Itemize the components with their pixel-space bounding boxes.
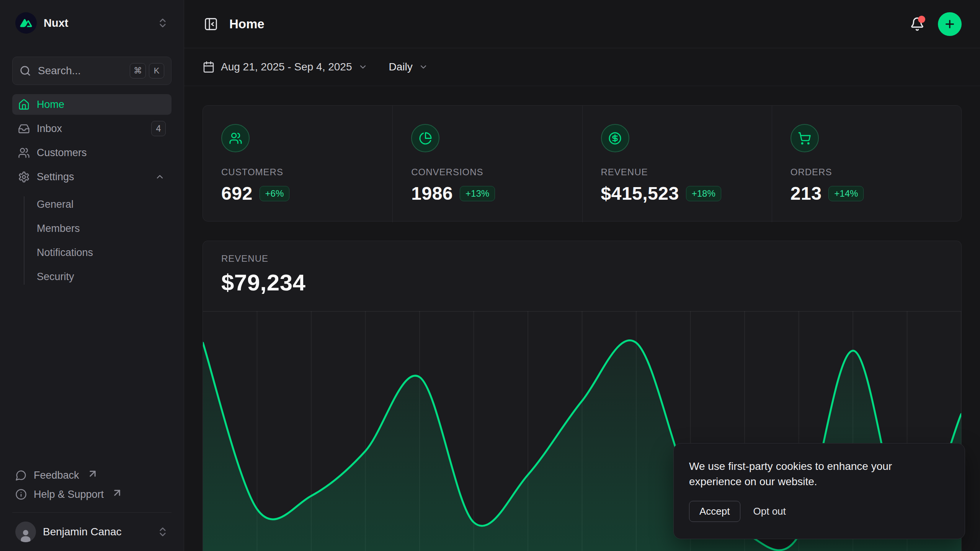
revenue-chart-header: REVENUE $79,234 xyxy=(203,241,961,296)
stat-value: 213 xyxy=(791,183,822,204)
inbox-icon xyxy=(18,123,30,135)
workspace-switcher[interactable]: Nuxt xyxy=(12,11,172,35)
workspace-name: Nuxt xyxy=(44,17,68,29)
search-input[interactable]: Search... ⌘ K xyxy=(12,57,172,85)
cookie-banner: We use first-party cookies to enhance yo… xyxy=(673,443,965,539)
search-icon xyxy=(20,65,31,77)
avatar xyxy=(15,522,36,542)
stat-conversions: CONVERSIONS 1986 +13% xyxy=(392,106,582,222)
settings-subtree: General Members Notifications Security xyxy=(12,194,172,287)
info-circle-icon xyxy=(15,489,27,500)
sidebar-item-security[interactable]: Security xyxy=(12,266,172,287)
sidebar-item-feedback[interactable]: Feedback xyxy=(12,466,172,485)
stat-delta-badge: +6% xyxy=(260,186,290,201)
stat-value: 692 xyxy=(221,183,253,204)
stats-card: CUSTOMERS 692 +6% CONVERSIONS 1986 +13% xyxy=(203,105,962,222)
external-link-icon xyxy=(87,468,98,479)
sidebar-item-settings[interactable]: Settings xyxy=(12,166,172,187)
stat-icon-wrap xyxy=(221,124,250,152)
stat-icon-wrap xyxy=(791,124,819,152)
footer-item-label: Feedback xyxy=(34,469,79,481)
add-button[interactable] xyxy=(938,12,962,36)
stat-label: CUSTOMERS xyxy=(221,167,374,178)
stat-orders: ORDERS 213 +14% xyxy=(772,106,961,222)
search-placeholder: Search... xyxy=(38,65,123,77)
date-range-label: Aug 21, 2025 - Sep 4, 2025 xyxy=(221,61,352,73)
sidebar-item-customers[interactable]: Customers xyxy=(12,142,172,163)
period-label: Daily xyxy=(389,61,413,73)
accept-cookies-button[interactable]: Accept xyxy=(689,501,740,522)
subtree-guide-line xyxy=(24,196,24,285)
filters-toolbar: Aug 21, 2025 - Sep 4, 2025 Daily xyxy=(184,48,980,86)
sidebar-item-home[interactable]: Home xyxy=(12,94,172,115)
revenue-label: REVENUE xyxy=(221,253,943,264)
date-range-picker[interactable]: Aug 21, 2025 - Sep 4, 2025 xyxy=(203,61,368,73)
cookie-message: We use first-party cookies to enhance yo… xyxy=(689,459,926,489)
sidebar-item-inbox[interactable]: Inbox 4 xyxy=(12,118,172,139)
inbox-count-badge: 4 xyxy=(151,121,166,136)
sidebar-item-label: Inbox xyxy=(37,123,62,135)
stat-label: REVENUE xyxy=(601,167,753,178)
chevron-up-icon xyxy=(154,172,166,182)
stat-label: ORDERS xyxy=(791,167,943,178)
kbd-cmd: ⌘ xyxy=(130,63,146,78)
calendar-icon xyxy=(203,61,215,73)
user-name: Benjamin Canac xyxy=(43,526,121,538)
sidebar-item-label: Settings xyxy=(37,171,74,183)
chevrons-up-down-icon xyxy=(157,526,168,538)
top-bar: Home xyxy=(184,0,980,48)
chat-bubble-icon xyxy=(15,469,27,481)
user-menu[interactable]: Benjamin Canac xyxy=(12,520,172,543)
home-icon xyxy=(18,99,30,111)
users-icon xyxy=(18,147,30,159)
unread-notification-dot xyxy=(918,16,925,23)
gear-icon xyxy=(18,171,30,183)
stat-label: CONVERSIONS xyxy=(411,167,564,178)
pie-chart-icon xyxy=(419,132,432,145)
stat-revenue: REVENUE $415,523 +18% xyxy=(582,106,772,222)
sidebar-nav: Home Inbox 4 Customers Settings General … xyxy=(12,94,172,287)
chevron-down-icon xyxy=(419,62,428,72)
stat-value: 1986 xyxy=(411,183,453,204)
plus-icon xyxy=(944,18,956,30)
kbd-k: K xyxy=(149,63,164,78)
sidebar-item-general[interactable]: General xyxy=(12,194,172,215)
top-bar-actions xyxy=(908,12,962,36)
cart-icon xyxy=(798,132,811,145)
sidebar-user-section: Benjamin Canac xyxy=(12,512,172,543)
chevron-down-icon xyxy=(358,62,368,72)
stat-icon-wrap xyxy=(411,124,439,152)
search-shortcut: ⌘ K xyxy=(130,63,164,78)
sidebar-item-help-support[interactable]: Help & Support xyxy=(12,485,172,504)
stat-icon-wrap xyxy=(601,124,629,152)
panel-left-close-icon xyxy=(204,17,218,31)
stat-delta-badge: +13% xyxy=(460,186,495,201)
period-select[interactable]: Daily xyxy=(389,61,428,73)
users-icon xyxy=(229,132,242,145)
sidebar: Nuxt Search... ⌘ K Home Inbox 4 Cu xyxy=(0,0,184,551)
page-title: Home xyxy=(229,17,265,31)
external-link-icon xyxy=(111,487,123,499)
footer-item-label: Help & Support xyxy=(34,489,104,500)
sidebar-item-notifications[interactable]: Notifications xyxy=(12,242,172,263)
stat-customers: CUSTOMERS 692 +6% xyxy=(203,106,392,222)
circle-dollar-icon xyxy=(608,132,622,145)
cookie-actions: Accept Opt out xyxy=(689,501,949,522)
stat-value: $415,523 xyxy=(601,183,679,204)
notifications-button[interactable] xyxy=(908,15,926,33)
collapse-sidebar-button[interactable] xyxy=(203,16,219,33)
sidebar-item-members[interactable]: Members xyxy=(12,218,172,239)
sidebar-spacer xyxy=(12,287,172,466)
optout-cookies-button[interactable]: Opt out xyxy=(753,505,786,517)
stat-delta-badge: +14% xyxy=(828,186,864,201)
revenue-value: $79,234 xyxy=(221,269,943,296)
sidebar-item-label: Customers xyxy=(37,147,87,159)
sidebar-item-label: Home xyxy=(37,99,64,111)
nuxt-logo-icon xyxy=(15,12,37,34)
stat-delta-badge: +18% xyxy=(686,186,721,201)
chevrons-up-down-icon xyxy=(157,17,168,29)
